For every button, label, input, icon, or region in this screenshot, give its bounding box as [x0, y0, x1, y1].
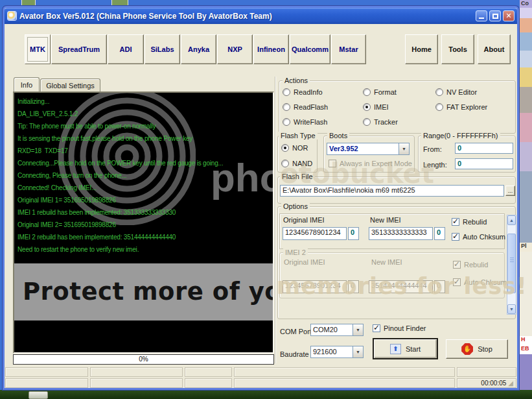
tab-mtk[interactable]: MTK — [25, 34, 51, 64]
checkbox-checked-icon — [373, 324, 380, 332]
scrollbar-thumb[interactable] — [507, 234, 516, 293]
statusbar-pane — [185, 367, 232, 377]
radio-fat-explorer[interactable]: FAT Explorer — [435, 103, 487, 111]
radio-icon — [281, 160, 289, 167]
tab-adi[interactable]: ADI — [108, 34, 144, 64]
boots-label: Boots — [327, 132, 349, 139]
scroll-up-icon[interactable]: ▲ — [507, 215, 516, 225]
chevron-down-icon[interactable]: ▼ — [353, 346, 363, 357]
log-console: pho Initializing... DA_LIB_VER_2.5.1.2 T… — [13, 91, 274, 354]
panel-divider — [275, 77, 276, 363]
tab-spreadtrum[interactable]: SpreadTrum — [51, 34, 107, 64]
home-button[interactable]: Home — [405, 34, 438, 64]
log-line: DA_LIB_VER_2.5.1.2 — [14, 108, 273, 120]
imei1-original-input[interactable]: 12345678901234 — [283, 227, 347, 240]
elapsed-time: 00:00:05 — [481, 380, 506, 387]
radio-icon — [363, 118, 371, 126]
flash-file-label: Flash File — [280, 173, 315, 180]
tab-qualcomm[interactable]: Qualcomm — [290, 34, 330, 64]
tab-mstar[interactable]: Mstar — [331, 34, 366, 64]
log-line: Initializing... — [14, 95, 273, 108]
log-line: IMEI 1 rebuild has been implemented: 351… — [14, 206, 273, 219]
radio-label: WriteFlash — [294, 118, 327, 126]
radio-icon-selected — [281, 144, 289, 152]
browse-button[interactable]: ... — [505, 186, 515, 196]
chevron-down-icon[interactable]: ▼ — [399, 143, 409, 154]
checkbox-disabled-icon — [453, 278, 461, 286]
imei1-new-checkdigit[interactable]: 0 — [434, 227, 445, 240]
baudrate-value: 921600 — [311, 346, 353, 357]
imei1-autochksum-checkbox[interactable]: Auto Chksum — [452, 233, 505, 241]
statusbar-row-2: 00:00:05 ◢ — [5, 378, 516, 388]
radio-nand[interactable]: NAND — [281, 160, 312, 167]
tab-info[interactable]: Info — [14, 77, 40, 92]
checkbox-label: Rebulid — [463, 218, 487, 226]
expert-mode-checkbox[interactable]: Always in Expert Mode — [329, 160, 412, 167]
length-input[interactable]: 0 — [455, 158, 513, 169]
watermark-band: Protect more of your — [14, 263, 273, 320]
scroll-down-icon[interactable]: ▼ — [507, 304, 516, 314]
start-button[interactable]: ⬆ Start — [373, 338, 438, 359]
checkbox-label: Always in Expert Mode — [340, 160, 412, 167]
radio-icon — [283, 118, 290, 126]
radio-label: IMEI — [374, 103, 389, 111]
tab-silabs[interactable]: SiLabs — [145, 34, 180, 64]
imei1-new-input[interactable]: 35133333333333 — [369, 227, 433, 240]
checkbox-label: Auto Chksum — [463, 233, 505, 241]
radio-writeflash[interactable]: WriteFlash — [283, 118, 327, 126]
radio-icon — [435, 103, 443, 111]
stop-icon: ✋ — [461, 343, 473, 355]
statusbar-pane — [90, 378, 183, 388]
tab-infineon[interactable]: Infineon — [253, 34, 289, 64]
options-scrollbar[interactable]: ▲ ▼ — [507, 215, 516, 315]
radio-tracker[interactable]: Tracker — [363, 118, 398, 126]
radio-label: ReadInfo — [294, 88, 323, 96]
watermark-pho-text: pho — [211, 154, 274, 200]
from-input[interactable]: 0 — [455, 143, 513, 154]
log-line: Tip: The phone must be able to power-on … — [14, 120, 273, 132]
radio-icon — [363, 88, 371, 96]
stop-button-label: Stop — [478, 345, 492, 353]
imei1-new-label: New IMEI — [370, 216, 401, 224]
about-button[interactable]: About — [478, 34, 511, 64]
tools-button[interactable]: Tools — [441, 34, 474, 64]
statusbar-pane — [457, 367, 516, 377]
log-line: It is sensing the pinout fast,please hol… — [14, 132, 273, 145]
checkbox-icon — [329, 160, 336, 167]
tab-nxp[interactable]: NXP — [217, 34, 253, 64]
radio-readflash[interactable]: ReadFlash — [283, 103, 328, 111]
radio-icon-selected — [363, 103, 371, 111]
flash-type-label: Flash Type — [279, 132, 318, 139]
pinout-finder-checkbox[interactable]: Pinout Finder — [373, 324, 426, 332]
radio-nor[interactable]: NOR — [281, 144, 308, 152]
radio-readinfo[interactable]: ReadInfo — [283, 88, 323, 96]
resize-grip-icon[interactable]: ◢ — [508, 380, 513, 387]
log-line: Need to restart the phone to verify new … — [14, 243, 273, 256]
imei1-original-label: Original IMEI — [283, 216, 325, 224]
com-port-select[interactable]: COM20 ▼ — [310, 324, 364, 336]
radio-label: Tracker — [374, 118, 398, 126]
imei1-original-checkdigit[interactable]: 0 — [348, 227, 359, 240]
radio-label: NV Editor — [446, 88, 477, 96]
tab-anyka[interactable]: Anyka — [181, 34, 216, 64]
imei1-rebuild-checkbox[interactable]: Rebulid — [452, 218, 487, 226]
radio-label: ReadFlash — [294, 103, 328, 111]
stop-button[interactable]: ✋ Stop — [446, 339, 508, 359]
imei2-autochksum-checkbox: Auto Chksum — [453, 278, 507, 286]
radio-label: Format — [374, 88, 397, 96]
baudrate-select[interactable]: 921600 ▼ — [310, 346, 364, 358]
imei2-rebuild-checkbox: Rebulid — [453, 261, 488, 269]
statusbar-pane — [234, 378, 455, 388]
from-label: From: — [423, 145, 442, 153]
imei2-new-input: 35144444444444 — [369, 280, 433, 293]
boots-version-select[interactable]: Ver3.952 ▼ — [327, 143, 410, 155]
radio-label: FAT Explorer — [446, 103, 487, 111]
radio-icon — [283, 88, 290, 96]
imei2-label: IMEI 2 — [283, 248, 308, 256]
tab-global-settings[interactable]: Global Settings — [40, 79, 100, 92]
radio-format[interactable]: Format — [363, 88, 397, 96]
radio-nv-editor[interactable]: NV Editor — [435, 88, 477, 96]
flash-file-path-input[interactable]: E:\Avator Box\Flashfile\nokia m69 mt6225 — [280, 185, 504, 197]
chevron-down-icon[interactable]: ▼ — [353, 324, 363, 335]
radio-imei[interactable]: IMEI — [363, 103, 389, 111]
